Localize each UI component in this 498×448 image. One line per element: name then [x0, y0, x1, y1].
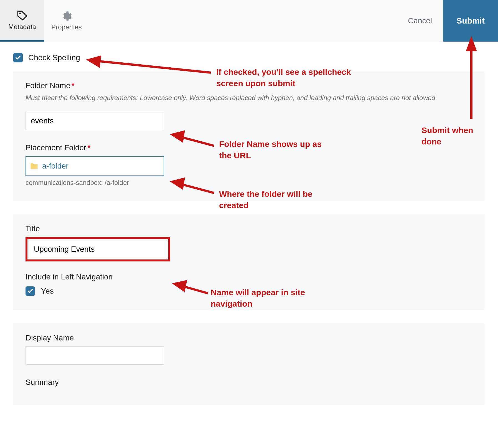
- display-name-label: Display Name: [26, 334, 472, 342]
- cancel-label: Cancel: [408, 16, 432, 25]
- title-highlight-box: [26, 237, 170, 261]
- tab-properties[interactable]: Properties: [44, 0, 89, 42]
- tab-properties-label: Properties: [51, 23, 82, 31]
- panel-title: Title Include in Left Navigation Yes: [13, 214, 485, 310]
- form-body: Check Spelling Folder Name* Must meet th…: [0, 42, 498, 405]
- cancel-button[interactable]: Cancel: [397, 0, 443, 42]
- include-nav-row: Yes: [26, 286, 472, 296]
- required-marker: *: [72, 81, 75, 90]
- check-spelling-checkbox[interactable]: [13, 53, 23, 62]
- tab-metadata[interactable]: Metadata: [0, 0, 44, 42]
- panel-display: Display Name Summary: [13, 324, 485, 405]
- check-spelling-label: Check Spelling: [28, 53, 80, 62]
- panel-folder: Folder Name* Must meet the following req…: [13, 71, 485, 201]
- placement-folder-path: communications-sandbox: /a-folder: [26, 179, 472, 187]
- include-nav-option: Yes: [41, 287, 54, 296]
- display-name-input[interactable]: [26, 346, 164, 365]
- folder-name-hint: Must meet the following requirements: Lo…: [26, 94, 472, 102]
- include-nav-label: Include in Left Navigation: [26, 273, 472, 281]
- svg-point-0: [19, 12, 21, 14]
- title-label: Title: [26, 224, 472, 233]
- placement-folder-label: Placement Folder*: [26, 143, 472, 152]
- tab-metadata-label: Metadata: [8, 23, 36, 31]
- tag-icon: [16, 10, 28, 21]
- gear-icon: [61, 11, 72, 22]
- folder-name-label: Folder Name*: [26, 81, 472, 90]
- placement-folder-name: a-folder: [42, 162, 68, 170]
- include-nav-checkbox[interactable]: [26, 286, 35, 296]
- placement-folder-chooser[interactable]: a-folder: [26, 156, 164, 176]
- submit-label: Submit: [456, 16, 485, 26]
- required-marker: *: [87, 143, 90, 152]
- folder-name-input[interactable]: [26, 112, 164, 130]
- top-tab-bar: Metadata Properties Cancel Submit: [0, 0, 498, 42]
- check-spelling-row: Check Spelling: [13, 53, 485, 62]
- submit-button[interactable]: Submit: [443, 0, 498, 42]
- summary-label: Summary: [26, 378, 472, 387]
- title-input[interactable]: [29, 240, 167, 258]
- folder-icon: [30, 162, 38, 170]
- spacer: [89, 0, 397, 42]
